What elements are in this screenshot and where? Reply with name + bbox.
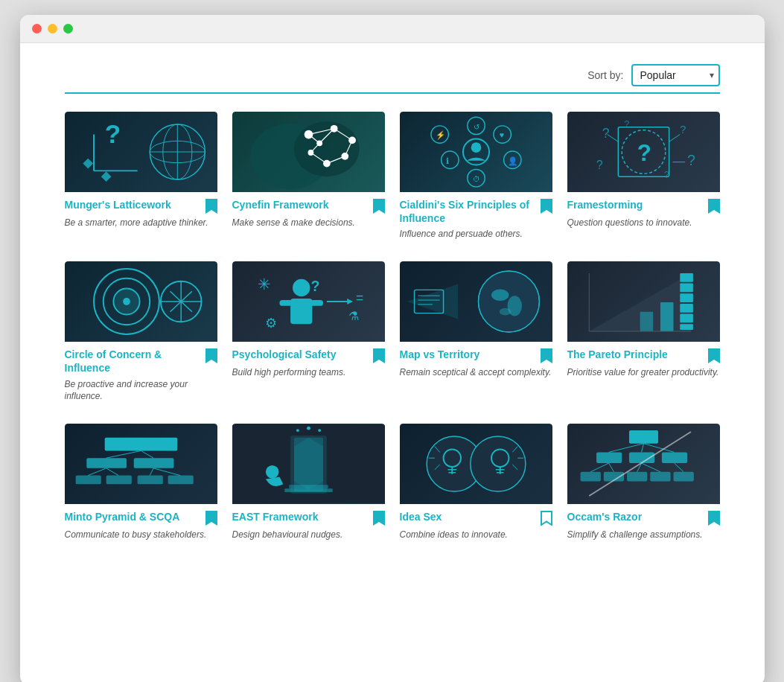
svg-rect-103 bbox=[137, 476, 162, 485]
svg-text:?: ? bbox=[687, 152, 695, 168]
content-area: Sort by: Popular Newest Alphabetical ▾ bbox=[20, 43, 765, 574]
svg-point-28 bbox=[471, 142, 481, 153]
card-body-east: EAST Framework Design behavioural nudges… bbox=[232, 504, 385, 544]
card-title-munger: Munger's Latticework bbox=[65, 198, 203, 211]
svg-marker-114 bbox=[293, 438, 322, 490]
svg-point-66 bbox=[293, 279, 310, 296]
svg-point-11 bbox=[293, 121, 359, 176]
card-image-munger: ? bbox=[65, 112, 217, 192]
svg-line-109 bbox=[150, 468, 153, 476]
card-body-pareto: The Pareto Principle Prioritise value fo… bbox=[567, 342, 720, 382]
svg-text:✳: ✳ bbox=[258, 276, 271, 294]
svg-text:ℹ: ℹ bbox=[445, 156, 448, 165]
svg-text:?: ? bbox=[624, 119, 629, 130]
svg-point-117 bbox=[307, 427, 310, 430]
card-idea[interactable]: Idea Sex Combine ideas to innovate. bbox=[400, 424, 552, 544]
svg-text:⚙: ⚙ bbox=[264, 316, 276, 331]
svg-point-118 bbox=[318, 429, 321, 432]
bookmark-icon-psych[interactable] bbox=[373, 348, 385, 363]
card-title-pareto: The Pareto Principle bbox=[567, 348, 705, 361]
card-east[interactable]: EAST Framework Design behavioural nudges… bbox=[232, 424, 385, 544]
sort-select[interactable]: Popular Newest Alphabetical bbox=[631, 64, 720, 86]
card-desc-munger: Be a smarter, more adaptive thinker. bbox=[65, 217, 217, 229]
card-body-occam: Occam's Razor Simplify & challenge assum… bbox=[567, 504, 720, 544]
card-occam[interactable]: Occam's Razor Simplify & challenge assum… bbox=[567, 424, 720, 544]
svg-rect-141 bbox=[580, 472, 600, 482]
svg-line-149 bbox=[590, 463, 608, 472]
card-desc-occam: Simplify & challenge assumptions. bbox=[567, 529, 720, 541]
bookmark-icon-munger[interactable] bbox=[205, 199, 217, 214]
cards-grid: ? Munger's Latticework Be a smarter, bbox=[65, 112, 720, 544]
svg-rect-90 bbox=[680, 293, 693, 302]
card-psych[interactable]: ✳ ? ⚙ ⚗ bbox=[232, 261, 385, 406]
svg-rect-67 bbox=[290, 299, 312, 324]
bookmark-icon-minto[interactable] bbox=[205, 511, 217, 526]
svg-marker-9 bbox=[101, 171, 111, 182]
card-title-map: Map vs Territory bbox=[400, 348, 538, 361]
card-title-minto: Minto Pyramid & SCQA bbox=[65, 510, 203, 523]
card-cialdini[interactable]: ↺ ♥ 👤 ⏱ ℹ ⚡ Cialdini's bbox=[400, 112, 552, 243]
bookmark-icon-framestorming[interactable] bbox=[708, 199, 720, 214]
card-body-idea: Idea Sex Combine ideas to innovate. bbox=[400, 504, 552, 544]
svg-marker-8 bbox=[83, 159, 93, 169]
bookmark-icon-east[interactable] bbox=[373, 511, 385, 526]
bookmark-icon-pareto[interactable] bbox=[708, 348, 720, 363]
svg-point-115 bbox=[265, 465, 278, 479]
card-image-east bbox=[232, 424, 385, 504]
card-desc-idea: Combine ideas to innovate. bbox=[400, 529, 552, 541]
svg-rect-102 bbox=[106, 476, 131, 485]
card-desc-east: Design behavioural nudges. bbox=[232, 529, 385, 541]
card-framestorming[interactable]: ? ? ? ? ? ? ? bbox=[567, 112, 720, 243]
card-minto[interactable]: Minto Pyramid & SCQA Communicate to busy… bbox=[65, 424, 217, 544]
svg-rect-69 bbox=[310, 300, 323, 306]
card-desc-framestorming: Question questions to innovate. bbox=[567, 217, 720, 229]
svg-rect-92 bbox=[680, 314, 693, 323]
close-dot[interactable] bbox=[32, 24, 42, 34]
card-title-east: EAST Framework bbox=[232, 510, 370, 523]
card-body-circle: Circle of Concern & Influence Be proacti… bbox=[65, 342, 217, 406]
svg-text:⚗: ⚗ bbox=[348, 310, 359, 323]
bookmark-icon-cynefin[interactable] bbox=[373, 199, 385, 214]
bookmark-icon-idea[interactable] bbox=[541, 511, 552, 526]
card-body-psych: Psychological Safety Build high performi… bbox=[232, 342, 385, 382]
divider bbox=[65, 92, 720, 94]
svg-rect-95 bbox=[640, 312, 653, 331]
card-munger[interactable]: ? Munger's Latticework Be a smarter, bbox=[65, 112, 217, 243]
bookmark-icon-occam[interactable] bbox=[708, 511, 720, 526]
svg-point-116 bbox=[296, 429, 299, 432]
card-map[interactable]: Map vs Territory Remain sceptical & acce… bbox=[400, 261, 552, 406]
svg-text:⚡: ⚡ bbox=[435, 130, 445, 140]
card-title-cialdini: Cialdini's Six Principles of Influence bbox=[400, 198, 538, 225]
card-pareto[interactable]: The Pareto Principle Prioritise value fo… bbox=[567, 261, 720, 406]
card-title-occam: Occam's Razor bbox=[567, 510, 705, 523]
svg-line-105 bbox=[106, 451, 141, 459]
card-image-cynefin bbox=[232, 112, 385, 192]
svg-rect-100 bbox=[133, 458, 173, 468]
card-cynefin[interactable]: Cynefin Framework Make sense & make deci… bbox=[232, 112, 385, 243]
svg-line-49 bbox=[669, 135, 680, 142]
svg-line-61 bbox=[181, 292, 192, 302]
bookmark-icon-circle[interactable] bbox=[205, 348, 217, 363]
minimize-dot[interactable] bbox=[48, 24, 57, 34]
bookmark-icon-map[interactable] bbox=[541, 348, 552, 363]
sort-wrapper: Popular Newest Alphabetical ▾ bbox=[631, 64, 720, 86]
card-desc-psych: Build high performing teams. bbox=[232, 366, 385, 379]
card-image-cialdini: ↺ ♥ 👤 ⏱ ℹ ⚡ bbox=[400, 112, 552, 192]
card-desc-cialdini: Influence and persuade others. bbox=[400, 228, 552, 240]
card-title-cynefin: Cynefin Framework bbox=[232, 198, 370, 211]
maximize-dot[interactable] bbox=[63, 24, 73, 34]
card-desc-cynefin: Make sense & make decisions. bbox=[232, 217, 385, 229]
svg-text:?: ? bbox=[637, 140, 651, 166]
svg-rect-68 bbox=[279, 300, 293, 306]
svg-text:👤: 👤 bbox=[508, 156, 518, 166]
svg-line-147 bbox=[641, 444, 643, 453]
card-image-minto bbox=[65, 424, 217, 504]
card-body-cynefin: Cynefin Framework Make sense & make deci… bbox=[232, 192, 385, 232]
card-body-framestorming: Framestorming Question questions to inno… bbox=[567, 192, 720, 232]
card-circle[interactable]: Circle of Concern & Influence Be proacti… bbox=[65, 261, 217, 406]
svg-line-110 bbox=[153, 468, 180, 476]
svg-rect-101 bbox=[75, 476, 101, 485]
svg-rect-94 bbox=[660, 302, 673, 331]
svg-line-107 bbox=[88, 468, 106, 476]
bookmark-icon-cialdini[interactable] bbox=[541, 199, 552, 214]
